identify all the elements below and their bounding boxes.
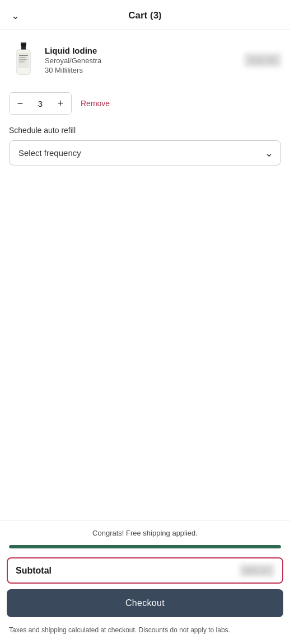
item-info: Liquid Iodine Seroyal/Genestra 30 Millil…: [45, 46, 237, 74]
increment-button[interactable]: +: [50, 93, 71, 114]
subtotal-value: $96.97: [240, 564, 274, 577]
svg-rect-6: [19, 59, 27, 60]
header-chevron-icon[interactable]: ⌄: [11, 10, 20, 22]
svg-rect-4: [19, 55, 28, 56]
header: ⌄ Cart (3): [0, 0, 290, 30]
free-shipping-banner: Congrats! Free shipping applied.: [0, 521, 290, 542]
quantity-value: 3: [31, 99, 50, 108]
subtotal-label: Subtotal: [16, 566, 52, 576]
item-size: 30 Milliliters: [45, 66, 237, 74]
cart-item: Liquid Iodine Seroyal/Genestra 30 Millil…: [0, 30, 290, 88]
checkout-button[interactable]: Checkout: [7, 589, 283, 617]
auto-refill-label: Schedule auto refill: [9, 126, 281, 135]
quantity-row: − 3 + Remove: [0, 88, 290, 124]
frequency-select[interactable]: Select frequency Every 2 weeks Every mon…: [9, 140, 281, 165]
bottom-section: Congrats! Free shipping applied. Subtota…: [0, 520, 290, 644]
remove-button[interactable]: Remove: [81, 99, 110, 108]
product-image: [9, 41, 38, 79]
item-name: Liquid Iodine: [45, 46, 237, 55]
progress-bar-wrapper: [0, 542, 290, 554]
subtotal-row: Subtotal $96.97: [7, 557, 283, 584]
svg-rect-1: [21, 46, 26, 50]
header-title: Cart (3): [128, 10, 162, 21]
item-brand: Seroyal/Genestra: [45, 56, 237, 65]
svg-rect-5: [19, 57, 26, 58]
auto-refill-section: Schedule auto refill Select frequency Ev…: [0, 124, 290, 174]
progress-bar-background: [9, 545, 281, 548]
frequency-select-wrapper: Select frequency Every 2 weeks Every mon…: [9, 140, 281, 165]
svg-rect-7: [19, 61, 25, 63]
progress-bar-fill: [9, 545, 281, 548]
item-price: $38.99: [244, 53, 281, 67]
quantity-control: − 3 +: [9, 92, 72, 115]
decrement-button[interactable]: −: [10, 93, 31, 114]
disclaimer-text: Taxes and shipping calculated at checkou…: [0, 623, 290, 644]
